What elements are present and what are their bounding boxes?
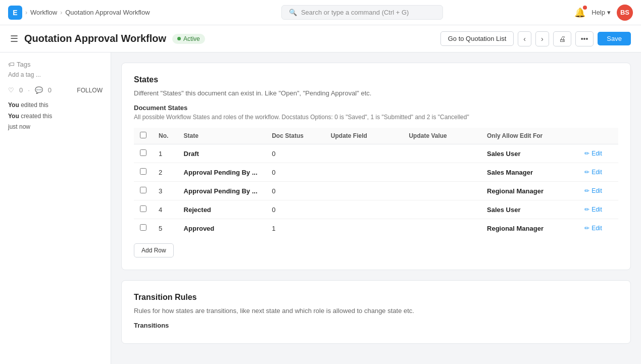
more-options-button[interactable]: ••• xyxy=(575,31,594,46)
activity-created-label: created this xyxy=(21,113,52,120)
search-placeholder: Search or type a command (Ctrl + G) xyxy=(301,9,409,16)
transition-rules-card: Transition Rules Rules for how states ar… xyxy=(121,280,631,344)
edit-pencil-icon-1: ✏ xyxy=(584,150,589,157)
sidebar: 🏷 Tags Add a tag ... ♡ 0 · 💬 0 FOLLOW Yo… xyxy=(0,53,111,364)
follow-button[interactable]: FOLLOW xyxy=(77,87,103,94)
status-badge-label: Active xyxy=(183,35,200,42)
sidebar-tags: 🏷 Tags xyxy=(8,61,103,68)
sidebar-activity: You edited this You created this just no… xyxy=(8,100,103,133)
table-row: 1 Draft 0 Sales User ✏ Edit xyxy=(134,144,618,163)
row-docstatus-4: 0 xyxy=(266,200,325,219)
save-button[interactable]: Save xyxy=(598,32,631,45)
table-row: 4 Rejected 0 Sales User ✏ Edit xyxy=(134,200,618,219)
avatar[interactable]: BS xyxy=(617,5,633,21)
col-header-action xyxy=(578,128,618,144)
row-checkbox-cell xyxy=(134,144,153,163)
row-checkbox-1[interactable] xyxy=(140,149,146,156)
row-no-5: 5 xyxy=(153,219,178,238)
select-all-checkbox[interactable] xyxy=(140,132,146,138)
activity-edited-label: edited this xyxy=(21,101,48,109)
col-header-no: No. xyxy=(153,128,178,144)
row-allowedit-4: Sales User xyxy=(481,200,578,219)
breadcrumb-sep-1: › xyxy=(25,9,27,16)
hamburger-icon[interactable]: ☰ xyxy=(10,33,18,44)
sidebar-reactions: ♡ 0 · 💬 0 FOLLOW xyxy=(8,86,103,94)
search-area[interactable]: 🔍 Search or type a command (Ctrl + G) xyxy=(150,5,575,20)
print-button[interactable]: 🖨 xyxy=(553,31,571,46)
breadcrumb-current: Quotation Approval Workflow xyxy=(65,9,150,16)
row-updatevalue-2 xyxy=(403,163,481,182)
activity-edited: You edited this xyxy=(8,100,103,111)
transition-rules-description: Rules for how states are transitions, li… xyxy=(134,307,618,315)
col-header-state: State xyxy=(178,128,266,144)
sidebar-meta: ♡ 0 · 💬 0 FOLLOW You edited this You cre… xyxy=(8,86,103,133)
table-row: 3 Approval Pending By ... 0 Regional Man… xyxy=(134,182,618,200)
activity-created: You created this just now xyxy=(8,111,103,133)
states-description: Different "States" this document can exi… xyxy=(134,89,618,97)
row-no-3: 3 xyxy=(153,182,178,200)
row-checkbox-cell xyxy=(134,163,153,182)
row-docstatus-3: 0 xyxy=(266,182,325,200)
row-action-3: ✏ Edit xyxy=(578,182,618,200)
edit-label-5: Edit xyxy=(591,225,602,232)
row-checkbox-3[interactable] xyxy=(140,187,146,193)
row-state-4: Rejected xyxy=(178,200,266,219)
states-card: States Different "States" this document … xyxy=(121,63,631,270)
help-button[interactable]: Help ▾ xyxy=(591,9,611,16)
top-nav-right: 🔔 Help ▾ BS xyxy=(574,5,633,21)
likes-count: 0 xyxy=(19,86,23,94)
app-icon[interactable]: E xyxy=(8,6,22,20)
edit-label-4: Edit xyxy=(591,206,602,213)
row-state-5: Approved xyxy=(178,219,266,238)
edit-pencil-icon-4: ✏ xyxy=(584,206,589,213)
edit-pencil-icon-3: ✏ xyxy=(584,187,589,194)
row-checkbox-2[interactable] xyxy=(140,168,146,175)
row-docstatus-5: 1 xyxy=(266,219,325,238)
col-header-checkbox xyxy=(134,128,153,144)
row-allowedit-5: Regional Manager xyxy=(481,219,578,238)
sub-header-right: Go to Quotation List ‹ › 🖨 ••• Save xyxy=(440,31,631,46)
prev-button[interactable]: ‹ xyxy=(518,31,531,46)
tags-label: Tags xyxy=(17,61,30,68)
search-icon: 🔍 xyxy=(289,9,297,16)
row-action-1: ✏ Edit xyxy=(578,144,618,163)
row-no-1: 1 xyxy=(153,144,178,163)
row-updatefield-4 xyxy=(325,200,403,219)
row-checkbox-cell xyxy=(134,182,153,200)
row-updatevalue-1 xyxy=(403,144,481,163)
row-updatefield-1 xyxy=(325,144,403,163)
edit-button-1[interactable]: ✏ Edit xyxy=(584,150,602,157)
row-docstatus-1: 0 xyxy=(266,144,325,163)
add-tag-link[interactable]: Add a tag ... xyxy=(8,71,103,78)
edit-pencil-icon-5: ✏ xyxy=(584,225,589,232)
row-state-2: Approval Pending By ... xyxy=(178,163,266,182)
comments-count: 0 xyxy=(48,86,52,94)
edit-button-4[interactable]: ✏ Edit xyxy=(584,206,602,213)
main-content: States Different "States" this document … xyxy=(111,53,641,364)
row-checkbox-4[interactable] xyxy=(140,205,146,212)
document-states-subtitle: Document States xyxy=(134,104,618,112)
edit-button-3[interactable]: ✏ Edit xyxy=(584,187,602,194)
breadcrumb-area: E › Workflow › Quotation Approval Workfl… xyxy=(8,6,150,20)
document-states-subdesc: All possible Workflow States and roles o… xyxy=(134,114,618,121)
row-checkbox-5[interactable] xyxy=(140,224,146,231)
tag-icon: 🏷 xyxy=(8,61,15,68)
comment-icon[interactable]: 💬 xyxy=(35,86,43,94)
add-row-button[interactable]: Add Row xyxy=(134,243,174,257)
search-bar[interactable]: 🔍 Search or type a command (Ctrl + G) xyxy=(281,5,443,20)
table-row: 5 Approved 1 Regional Manager ✏ Edit xyxy=(134,219,618,238)
page-title: Quotation Approval Workflow xyxy=(24,33,166,44)
edit-button-2[interactable]: ✏ Edit xyxy=(584,169,602,176)
next-button[interactable]: › xyxy=(535,31,549,46)
states-table: No. State Doc Status Update Field Update… xyxy=(134,128,618,237)
row-action-2: ✏ Edit xyxy=(578,163,618,182)
go-to-quotation-list-button[interactable]: Go to Quotation List xyxy=(440,31,514,46)
breadcrumb-workflow[interactable]: Workflow xyxy=(30,9,57,16)
like-icon[interactable]: ♡ xyxy=(8,86,14,94)
edit-label-3: Edit xyxy=(591,187,602,194)
edit-label-2: Edit xyxy=(591,169,602,176)
top-nav: E › Workflow › Quotation Approval Workfl… xyxy=(0,0,641,25)
edit-label-1: Edit xyxy=(591,150,602,157)
row-allowedit-2: Sales Manager xyxy=(481,163,578,182)
edit-button-5[interactable]: ✏ Edit xyxy=(584,225,602,232)
